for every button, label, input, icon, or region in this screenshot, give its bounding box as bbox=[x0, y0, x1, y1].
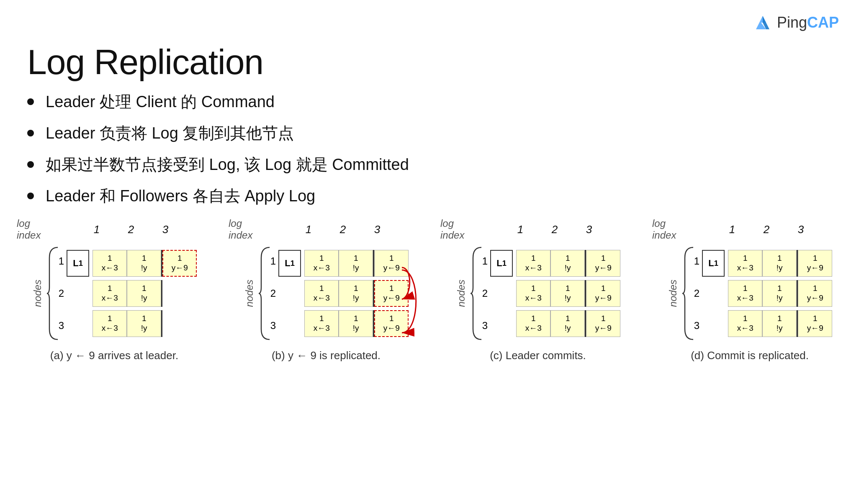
node-row-b-1: L1 1x←3 1!y 1y←9 bbox=[278, 250, 409, 277]
cell-a-3-1: 1x←3 bbox=[93, 310, 127, 337]
node-row-b-3: 1x←3 1!y 1y←9 bbox=[278, 310, 409, 337]
bullet-item-3: 如果过半数节点接受到 Log, 该 Log 就是 Committed bbox=[27, 154, 409, 175]
cell-b-2-2: 1!y bbox=[339, 280, 373, 307]
cell-c-2-2: 1!y bbox=[550, 280, 585, 307]
idx-a-3: 3 bbox=[148, 223, 183, 236]
vert-bar-a-3 bbox=[161, 310, 162, 337]
cell-c-1-1: 1x←3 bbox=[516, 250, 550, 277]
cell-c-3-3: 1y←9 bbox=[586, 310, 620, 337]
page-title: Log Replication bbox=[27, 42, 263, 82]
node-rows-a: L1 1x←3 1!y 1y←9 1x←3 1!y bbox=[67, 250, 197, 337]
cell-c-1-3: 1y←9 bbox=[586, 250, 620, 277]
node-num-d-2: 2 bbox=[694, 278, 699, 309]
node-num-d-3: 3 bbox=[694, 311, 699, 341]
nodes-label-a: nodes bbox=[32, 280, 44, 307]
node-num-b-2: 2 bbox=[270, 278, 276, 309]
idx-b-2: 2 bbox=[326, 223, 360, 236]
cell-c-1-2: 1!y bbox=[550, 250, 585, 277]
left-brace-b bbox=[258, 245, 270, 342]
caption-b: (b) y ← 9 is replicated. bbox=[272, 349, 381, 362]
cell-a-1-1: 1x←3 bbox=[93, 250, 127, 277]
diagram-c: log index 1 2 3 nodes 1 2 3 L1 bbox=[440, 218, 635, 362]
caption-a: (a) y ← 9 arrives at leader. bbox=[50, 349, 178, 362]
nodes-label-d: nodes bbox=[667, 280, 679, 307]
left-brace-a bbox=[46, 245, 59, 342]
idx-a-1: 1 bbox=[80, 223, 114, 236]
cell-d-1-1: 1x←3 bbox=[728, 250, 762, 277]
nodes-label-b: nodes bbox=[244, 280, 255, 307]
left-brace-c bbox=[470, 245, 482, 342]
node-row-d-1: L1 1x←3 1!y 1y←9 bbox=[702, 250, 832, 277]
diagram-a: log index 1 2 3 nodes 1 2 3 bbox=[17, 218, 212, 362]
cell-b-2-3: 1y←9 bbox=[374, 280, 409, 307]
log-index-label-d: log index bbox=[652, 218, 690, 241]
node-num-d-1: 1 bbox=[694, 246, 699, 276]
idx-c-3: 3 bbox=[572, 223, 606, 236]
log-index-row-d: log index 1 2 3 bbox=[652, 218, 847, 241]
idx-d-2: 2 bbox=[749, 223, 784, 236]
cell-a-1-2: 1!y bbox=[127, 250, 161, 277]
node-row-a-3: 1x←3 1!y bbox=[67, 310, 197, 337]
nodes-section-d: nodes 1 2 3 L1 1x←3 1!y 1y←9 bbox=[667, 245, 832, 342]
caption-d: (d) Commit is replicated. bbox=[691, 349, 809, 362]
log-index-label-b: log index bbox=[229, 218, 266, 241]
bullet-item-4: Leader 和 Followers 各自去 Apply Log bbox=[27, 185, 409, 207]
idx-a-2: 2 bbox=[114, 223, 148, 236]
cell-a-1-3: 1y←9 bbox=[162, 250, 197, 277]
logo-text: PingCAP bbox=[777, 14, 839, 31]
bullet-dot-1 bbox=[27, 98, 34, 105]
node-row-d-2: 1x←3 1!y 1y←9 bbox=[702, 280, 832, 307]
node-num-c-1: 1 bbox=[482, 246, 488, 276]
node-num-b-3: 3 bbox=[270, 311, 276, 341]
cell-c-3-1: 1x←3 bbox=[516, 310, 550, 337]
cell-c-2-3: 1y←9 bbox=[586, 280, 620, 307]
nodes-section-a: nodes 1 2 3 L1 1x←3 1!y bbox=[32, 245, 197, 342]
cell-b-3-3: 1y←9 bbox=[374, 310, 409, 337]
leader-box-d: L1 bbox=[702, 250, 725, 277]
cell-d-3-2: 1!y bbox=[762, 310, 797, 337]
log-index-row-a: log index 1 2 3 bbox=[17, 218, 212, 241]
cell-d-2-3: 1y←9 bbox=[798, 280, 832, 307]
bullet-item-1: Leader 处理 Client 的 Command bbox=[27, 91, 409, 113]
logo: PingCAP bbox=[753, 13, 839, 33]
cell-a-3-2: 1!y bbox=[127, 310, 161, 337]
cell-a-2-2: 1!y bbox=[127, 280, 161, 307]
node-row-a-1: L1 1x←3 1!y 1y←9 bbox=[67, 250, 197, 277]
cell-d-3-3: 1y←9 bbox=[798, 310, 832, 337]
cell-b-1-2: 1!y bbox=[339, 250, 373, 277]
cell-d-1-3: 1y←9 bbox=[798, 250, 832, 277]
cell-d-2-1: 1x←3 bbox=[728, 280, 762, 307]
left-brace-d bbox=[681, 245, 694, 342]
nodes-label-c: nodes bbox=[455, 280, 467, 307]
node-num-a-3: 3 bbox=[59, 311, 64, 341]
node-row-c-2: 1x←3 1!y 1y←9 bbox=[490, 280, 620, 307]
bullet-dot-2 bbox=[27, 130, 34, 136]
idx-d-3: 3 bbox=[784, 223, 818, 236]
node-num-b-1: 1 bbox=[270, 246, 276, 276]
node-row-d-3: 1x←3 1!y 1y←9 bbox=[702, 310, 832, 337]
cell-d-1-2: 1!y bbox=[762, 250, 797, 277]
nodes-section-c: nodes 1 2 3 L1 1x←3 1!y 1y←9 bbox=[455, 245, 620, 342]
leader-box-c: L1 bbox=[490, 250, 513, 277]
node-rows-b: L1 1x←3 1!y 1y←9 1x←3 1!y 1y←9 bbox=[278, 250, 409, 337]
idx-b-1: 1 bbox=[291, 223, 326, 236]
node-rows-c: L1 1x←3 1!y 1y←9 1x←3 1!y 1y←9 bbox=[490, 250, 620, 337]
leader-box-b: L1 bbox=[278, 250, 301, 277]
node-num-a-2: 2 bbox=[59, 278, 64, 309]
node-row-b-2: 1x←3 1!y 1y←9 bbox=[278, 280, 409, 307]
log-index-label-a: log index bbox=[17, 218, 54, 241]
cell-a-2-1: 1x←3 bbox=[93, 280, 127, 307]
caption-c: (c) Leader commits. bbox=[490, 349, 586, 362]
idx-b-3: 3 bbox=[360, 223, 394, 236]
leader-box-a: L1 bbox=[67, 250, 89, 277]
cell-b-3-1: 1x←3 bbox=[304, 310, 339, 337]
vert-bar-a-2 bbox=[161, 280, 162, 307]
pingcap-logo-icon bbox=[753, 13, 773, 33]
log-index-row-c: log index 1 2 3 bbox=[440, 218, 635, 241]
node-rows-d: L1 1x←3 1!y 1y←9 1x←3 1!y 1y←9 bbox=[702, 250, 832, 337]
cell-c-2-1: 1x←3 bbox=[516, 280, 550, 307]
cell-b-1-3: 1y←9 bbox=[374, 250, 409, 277]
cell-d-3-1: 1x←3 bbox=[728, 310, 762, 337]
diagram-b: log index 1 2 3 nodes 1 2 3 L1 bbox=[229, 218, 424, 362]
log-index-row-b: log index 1 2 3 bbox=[229, 218, 424, 241]
